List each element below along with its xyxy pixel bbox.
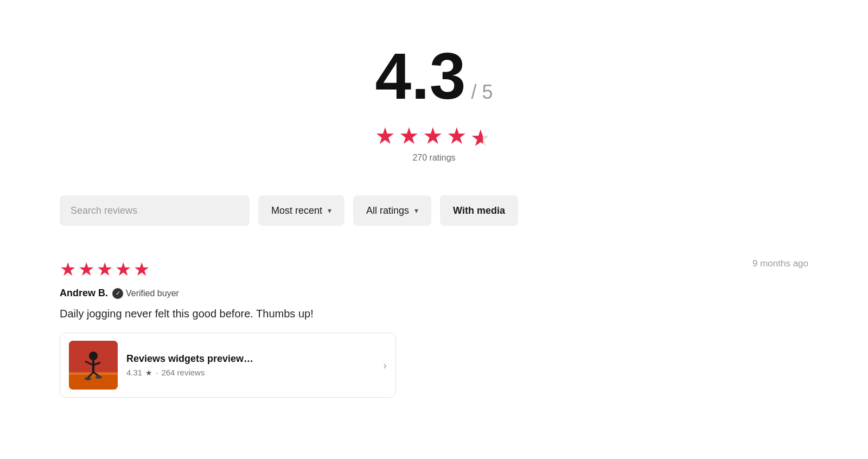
preview-rating: 4.31 <box>126 368 142 377</box>
review-star-5: ★ <box>133 258 150 280</box>
review-text: Daily jogging never felt this good befor… <box>60 305 808 322</box>
ratings-dropdown[interactable]: All ratings ▾ <box>353 195 431 226</box>
preview-reviews-count: 264 reviews <box>161 368 205 377</box>
review-stars: ★ ★ ★ ★ ★ <box>60 258 150 280</box>
sort-label: Most recent <box>271 205 322 216</box>
preview-star-icon: ★ <box>145 368 152 377</box>
overall-stars: ★ ★ ★ ★ ★ ★ <box>60 125 808 148</box>
review-star-2: ★ <box>78 258 94 280</box>
ratings-chevron-icon: ▾ <box>414 206 418 215</box>
ratings-count: 270 ratings <box>60 153 808 163</box>
page-container: 4.3 / 5 ★ ★ ★ ★ ★ ★ 270 ratings Most rec… <box>27 0 841 436</box>
review-star-1: ★ <box>60 258 76 280</box>
ratings-label: All ratings <box>366 205 409 216</box>
star-2: ★ <box>399 125 419 148</box>
rating-score: 4.3 <box>375 43 466 109</box>
rating-out-of: / 5 <box>471 81 493 104</box>
search-input[interactable] <box>60 195 250 226</box>
review-time: 9 months ago <box>752 258 808 269</box>
with-media-button[interactable]: With media <box>440 195 518 226</box>
sort-dropdown[interactable]: Most recent ▾ <box>258 195 344 226</box>
preview-thumbnail <box>69 341 118 390</box>
preview-meta: 4.31 ★ · 264 reviews <box>126 368 370 377</box>
preview-card[interactable]: Reviews widgets preview… 4.31 ★ · 264 re… <box>60 333 396 398</box>
review-header: ★ ★ ★ ★ ★ 9 months ago <box>60 258 808 280</box>
star-3: ★ <box>423 125 443 148</box>
svg-rect-1 <box>69 373 118 390</box>
verified-label: Verified buyer <box>126 289 179 298</box>
svg-point-10 <box>95 375 102 379</box>
preview-title: Reviews widgets preview… <box>126 353 370 365</box>
verified-icon: ✓ <box>112 288 123 299</box>
preview-arrow-icon: › <box>383 359 387 372</box>
star-1: ★ <box>375 125 395 148</box>
filter-bar: Most recent ▾ All ratings ▾ With media <box>60 179 808 242</box>
star-half: ★ ★ <box>470 125 493 148</box>
rating-number-row: 4.3 / 5 <box>60 43 808 109</box>
reviewer-name: Andrew B. <box>60 288 108 299</box>
review-item: ★ ★ ★ ★ ★ 9 months ago Andrew B. ✓ Verif… <box>60 247 808 414</box>
reviews-list: ★ ★ ★ ★ ★ 9 months ago Andrew B. ✓ Verif… <box>60 242 808 414</box>
rating-summary: 4.3 / 5 ★ ★ ★ ★ ★ ★ 270 ratings <box>60 22 808 179</box>
with-media-label: With media <box>453 205 505 216</box>
review-star-3: ★ <box>97 258 113 280</box>
verified-badge: ✓ Verified buyer <box>112 288 179 299</box>
review-star-4: ★ <box>115 258 131 280</box>
sort-chevron-icon: ▾ <box>328 206 331 215</box>
svg-point-3 <box>89 352 98 360</box>
svg-point-9 <box>85 377 91 380</box>
star-4: ★ <box>446 125 467 148</box>
preview-dot: · <box>156 368 158 377</box>
reviewer-info: Andrew B. ✓ Verified buyer <box>60 288 808 299</box>
preview-info: Reviews widgets preview… 4.31 ★ · 264 re… <box>126 353 370 377</box>
